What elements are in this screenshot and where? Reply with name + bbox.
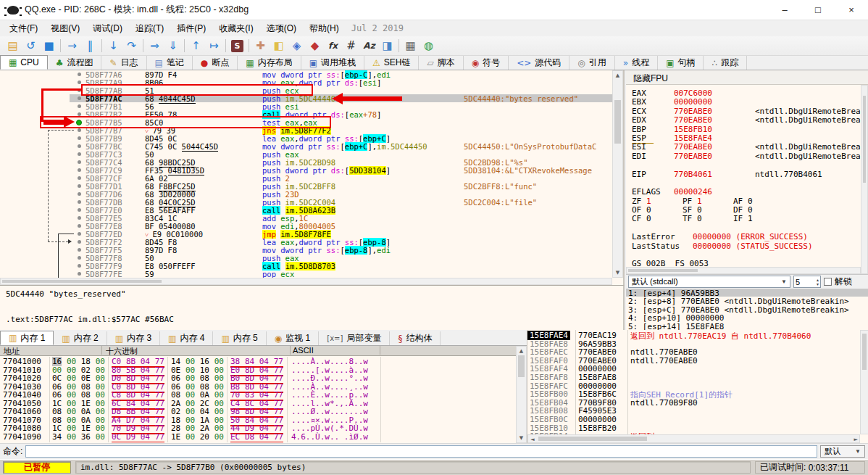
tab-symbols[interactable]: ◉符号 <box>464 56 509 70</box>
tab-trace[interactable]: ∴跟踪 <box>704 56 747 70</box>
tab-script[interactable]: ▱脚本 <box>419 56 463 70</box>
dump-row[interactable]: 770410200C 00 0E 00D0 8D 04 7706 00 08 0… <box>0 373 516 382</box>
bookmarks-icon[interactable]: ◆ <box>306 38 324 54</box>
disasm-row[interactable]: 5D8F77D668 3D020000push 23D <box>0 190 612 198</box>
disasm-vscrollbar[interactable]: ▲▼ <box>612 70 623 278</box>
breakpoint-gutter[interactable] <box>72 208 85 212</box>
stack-row[interactable]: 15E8FAE896A59BB3 <box>527 339 860 348</box>
stack-row[interactable]: 15E8FB04770B9F80ntdll.770B9F80 <box>527 398 860 407</box>
breakpoint-gutter[interactable] <box>72 184 85 188</box>
menu-item[interactable]: 选项(O) <box>260 21 303 36</box>
minimize-button[interactable]: – <box>768 0 801 20</box>
breakpoint-gutter[interactable] <box>72 73 85 76</box>
open-file-icon[interactable]: ▤ <box>4 38 22 54</box>
breakpoint-gutter[interactable] <box>72 96 85 100</box>
breakpoint-gutter[interactable] <box>72 160 85 164</box>
registers-panel[interactable]: 隐藏FPU EAX007C6000EBX00000000ECX770EABE0<… <box>626 70 868 330</box>
disasm-row[interactable]: 5D8F77A6897D F4mov dword ptr ss:[ebp-C],… <box>0 70 612 78</box>
tab-dump-1[interactable]: ▥内存 1 <box>0 331 54 345</box>
breakpoint-gutter[interactable] <box>72 200 85 204</box>
disasm-row[interactable]: 5D8F77F5897D F8mov dword ptr ss:[ebp-8],… <box>0 246 612 254</box>
dump-row[interactable]: 7704109034 00 36 000C D9 04 771E 00 20 0… <box>0 432 516 441</box>
tab-dump-3[interactable]: ▥内存 3 <box>107 331 160 345</box>
tab-locals[interactable]: [x=]局部变量 <box>319 331 390 345</box>
unlock-checkbox[interactable] <box>824 278 832 286</box>
breakpoint-gutter[interactable] <box>72 176 85 180</box>
disasm-row[interactable]: 5D8F77ED˅ E9 0C010000jmp im.5D8F78FE <box>0 230 612 238</box>
labels-icon[interactable]: ◈ <box>288 38 306 54</box>
breakpoint-gutter[interactable] <box>72 256 85 260</box>
dump-row[interactable]: 7704107008 00 0A 00A4 D7 04 7718 00 1A 0… <box>0 416 516 424</box>
disasm-row[interactable]: 5D8F77DB68 04C0C25Dpush im.5DC2C0045DC2C… <box>0 198 612 206</box>
stack-row[interactable]: 15E8FAE4770EAC19返回到 ntdll.770EAC19 自 ntd… <box>527 331 860 339</box>
menu-item[interactable]: 调试(D) <box>86 21 129 36</box>
tab-breakpoints[interactable]: ●断点 <box>193 56 238 70</box>
comments-icon[interactable]: ◧ <box>270 38 288 54</box>
breakpoint-gutter[interactable] <box>72 216 85 220</box>
stop-icon[interactable]: ■ <box>40 38 58 54</box>
menu-item[interactable]: 文件(F) <box>3 21 44 36</box>
tab-graph[interactable]: ♣流程图 <box>48 56 102 70</box>
stack-row[interactable]: 15E8FB0C00000000 <box>527 415 860 424</box>
arg-count-spinner[interactable]: 5 ▴▾ <box>793 276 821 288</box>
tab-handles[interactable]: ▣句柄 <box>658 56 704 70</box>
command-input[interactable] <box>25 445 817 458</box>
dump-row[interactable]: 7704100016 00 18 00C0 8B 04 7714 00 16 0… <box>0 357 516 365</box>
stack-row[interactable]: 15E8FAF815E8FAE8 <box>527 373 860 381</box>
calculator-icon[interactable]: ▦ <box>401 38 420 54</box>
patches-icon[interactable]: ✚ <box>251 38 270 54</box>
call-argument-row[interactable]: 3: [esp+C] 770EABE0 <ntdll.DbgUiRemoteBr… <box>626 305 868 313</box>
menu-item[interactable]: 追踪(T) <box>129 21 170 36</box>
internet-icon[interactable]: ◍ <box>420 38 438 54</box>
menu-item[interactable]: 帮助(H) <box>303 21 346 36</box>
stack-row[interactable]: 15E8FAF400000000 <box>527 364 860 373</box>
breakpoint-gutter[interactable] <box>72 128 85 132</box>
stack-row[interactable]: 15E8FAF0770EABE0ntdll.770EABE0 <box>527 356 860 365</box>
maximize-button[interactable]: □ <box>801 0 835 20</box>
disasm-row[interactable]: 5D8F77E583C4 1Cadd esp,1C <box>0 214 612 222</box>
menu-item[interactable]: 收藏夹(I) <box>212 21 259 36</box>
disasm-row[interactable]: 5D8F77C9FF35 0481D35Dpush dword ptr ds:[… <box>0 166 612 174</box>
step-out-icon[interactable]: ⇓ <box>164 38 182 54</box>
tab-struct[interactable]: §结构体 <box>390 331 441 345</box>
breakpoint-gutter[interactable] <box>72 232 85 236</box>
breakpoint-gutter[interactable] <box>72 240 85 244</box>
command-script-select[interactable]: 默认 ▼ <box>820 445 865 458</box>
dump-row[interactable]: 7704104006 00 08 00C8 8D 04 7708 00 0A 0… <box>0 390 516 399</box>
stack-panel[interactable]: 15E8FAE4770EAC19返回到 ntdll.770EAC19 自 ntd… <box>527 330 868 443</box>
tab-memory-map[interactable]: ▦内存布局 <box>238 56 301 70</box>
functions-icon[interactable]: fx <box>324 38 342 54</box>
call-argument-row[interactable]: 1: [esp+4] 96A59BB3 <box>626 289 868 297</box>
disasm-row[interactable]: 5D8F77F9E8 050FFEFFcall im.5D8D8703 <box>0 262 612 270</box>
tab-notes[interactable]: ▤笔记 <box>147 56 193 70</box>
calling-convention-select[interactable]: 默认 (stdcall) ▼ <box>628 276 790 288</box>
dump-vscrollbar[interactable]: ▲▼ <box>516 346 527 443</box>
registers-hscrollbar[interactable] <box>626 267 861 274</box>
hide-fpu-button[interactable]: 隐藏FPU <box>626 70 868 85</box>
dump-row[interactable]: 7704101000 00 02 0080 5B 04 770E 00 10 0… <box>0 365 516 374</box>
call-argument-row[interactable]: 4: [esp+10] 00000000 <box>626 313 868 321</box>
disasm-row[interactable]: 5D8F77FE59pop ecx <box>0 270 612 278</box>
spinner-buttons[interactable]: ▴▾ <box>817 278 819 286</box>
stack-vscrollbar[interactable] <box>860 330 868 434</box>
breakpoint-gutter[interactable] <box>72 192 85 196</box>
dump-row[interactable]: 770410501C 00 1E 006C 84 04 772A 00 2C 0… <box>0 399 516 408</box>
menu-item[interactable]: 插件(P) <box>170 21 212 36</box>
tab-source[interactable]: <>源代码 <box>509 56 569 70</box>
disasm-row[interactable]: 5D8F77B156push esi <box>0 102 612 110</box>
stack-row[interactable]: 15E8FB0015E8FB6C指向SEH_Record[1]的指针 <box>527 389 860 398</box>
disassembly-panel[interactable]: 5D8F77A6897D F4mov dword ptr ss:[ebp-C],… <box>0 70 625 285</box>
disasm-row[interactable]: 5D8F77F28D45 F8lea eax,dword ptr ss:[ebp… <box>0 238 612 246</box>
disasm-row[interactable]: 5D8F77E0E8 56EAFAFFcall im.5D8A623B <box>0 206 612 214</box>
breakpoint-gutter[interactable] <box>72 104 85 108</box>
close-button[interactable]: × <box>835 0 868 20</box>
dump-row[interactable]: 7704103006 00 08 00C0 8D 04 7706 00 08 0… <box>0 382 516 391</box>
run-icon[interactable]: → <box>63 38 81 54</box>
tab-call-stack[interactable]: ▣调用堆栈 <box>301 56 364 70</box>
breakpoint-gutter[interactable] <box>72 248 85 252</box>
memory-dump-panel[interactable]: 地址 十六进制 ASCII 7704100016 00 18 00C0 8B 0… <box>0 346 527 443</box>
disasm-hscrollbar[interactable] <box>0 278 612 285</box>
pause-icon[interactable]: ‖ <box>81 38 99 54</box>
breakpoint-gutter[interactable] <box>72 272 85 276</box>
stack-row[interactable]: 15E8FAEC770EABE0ntdll.770EABE0 <box>527 347 860 356</box>
